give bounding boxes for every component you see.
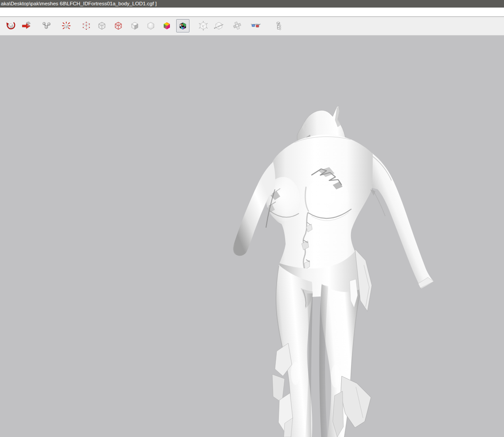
face-normals-cube-icon <box>214 20 224 31</box>
show-face-normals-button[interactable] <box>212 19 226 32</box>
checkered-cube-icon <box>177 20 188 31</box>
show-joints-button[interactable] <box>40 19 53 32</box>
render-textured-button[interactable] <box>176 19 190 32</box>
smooth-shaded-cube-icon <box>145 20 156 31</box>
render-smooth-shaded-button[interactable] <box>144 19 157 32</box>
ball-joints-icon <box>41 20 52 31</box>
exploding-cube-icon <box>61 20 72 31</box>
stereo-3d-view-button[interactable] <box>249 19 262 32</box>
rainbow-cube-icon <box>161 20 172 31</box>
render-flat-shaded-button[interactable] <box>128 19 141 32</box>
render-wireframe-button[interactable] <box>95 19 109 32</box>
wireframe-cube-icon <box>97 20 107 31</box>
unfolded-cube-icon <box>232 20 243 31</box>
render-vertex-colors-button[interactable] <box>160 19 173 32</box>
model-render <box>0 36 504 437</box>
window-title-path: aka\Desktop\pak\meshes 68\LFCH_IDFortres… <box>1 1 157 6</box>
vertex-points-cube-icon <box>81 20 92 31</box>
export-model-button[interactable] <box>20 19 33 32</box>
rotate-cube-icon <box>5 20 16 31</box>
export-arrow-icon <box>21 20 32 31</box>
reset-rotation-button[interactable] <box>4 19 17 32</box>
main-toolbar <box>0 17 504 36</box>
model-mesh <box>233 106 434 437</box>
vertex-normals-cube-icon <box>198 20 209 31</box>
uv-unwrap-button[interactable] <box>231 19 244 32</box>
scene-hierarchy-button[interactable] <box>273 19 286 32</box>
model-right-arm <box>371 153 434 289</box>
show-vertex-normals-button[interactable] <box>197 19 210 32</box>
menu-strip <box>0 8 504 17</box>
hierarchy-tree-icon <box>274 20 285 31</box>
window-titlebar[interactable]: aka\Desktop\pak\meshes 68\LFCH_IDFortres… <box>0 0 504 8</box>
render-points-button[interactable] <box>80 19 93 32</box>
anaglyph-glasses-icon <box>250 20 261 31</box>
render-wireframe-overlay-button[interactable] <box>112 19 125 32</box>
flat-shaded-cube-icon <box>129 20 140 31</box>
3d-viewport[interactable] <box>0 36 504 437</box>
highlight-selection-button[interactable] <box>60 19 73 32</box>
red-wireframe-cube-icon <box>113 20 124 31</box>
